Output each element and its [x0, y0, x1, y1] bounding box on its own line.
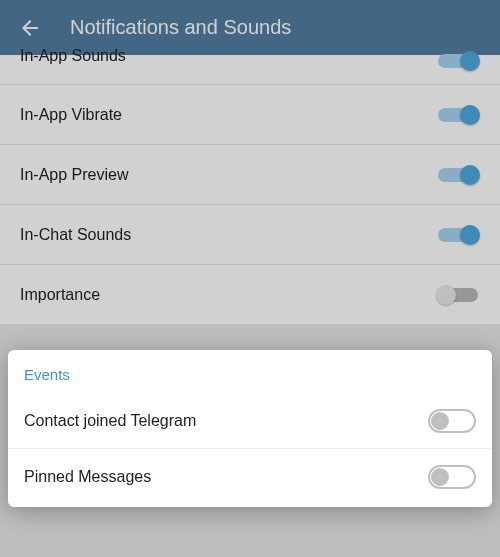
setting-row[interactable]: In-Chat Sounds — [0, 205, 500, 265]
event-row[interactable]: Pinned Messages — [8, 449, 492, 505]
setting-label: In-App Preview — [20, 166, 129, 184]
setting-row[interactable]: In-App Vibrate — [0, 85, 500, 145]
section-header-events: Events — [8, 350, 492, 393]
toggle-importance[interactable] — [436, 283, 480, 307]
event-row[interactable]: Contact joined Telegram — [8, 393, 492, 449]
toggle-in-app-sounds[interactable] — [436, 49, 480, 73]
toggle-thumb — [431, 412, 449, 430]
events-card: Events Contact joined Telegram Pinned Me… — [8, 350, 492, 507]
event-label: Contact joined Telegram — [24, 412, 196, 430]
page-title: Notifications and Sounds — [70, 16, 291, 39]
setting-label: Importance — [20, 286, 100, 304]
setting-label: In-Chat Sounds — [20, 226, 131, 244]
toggle-thumb — [460, 165, 480, 185]
setting-row[interactable]: In-App Preview — [0, 145, 500, 205]
setting-label: In-App Sounds — [20, 47, 126, 65]
back-button[interactable] — [10, 8, 50, 48]
setting-row[interactable]: In-App Sounds — [0, 55, 500, 85]
toggle-thumb — [460, 225, 480, 245]
toggle-thumb — [436, 285, 456, 305]
event-label: Pinned Messages — [24, 468, 151, 486]
settings-list-background: In-App Sounds In-App Vibrate In-App Prev… — [0, 55, 500, 325]
section-gap — [0, 325, 500, 337]
setting-row[interactable]: Importance — [0, 265, 500, 325]
toggle-in-chat-sounds[interactable] — [436, 223, 480, 247]
setting-label: In-App Vibrate — [20, 106, 122, 124]
toggle-contact-joined[interactable] — [428, 409, 476, 433]
toggle-thumb — [431, 468, 449, 486]
arrow-left-icon — [18, 16, 42, 40]
toggle-pinned-messages[interactable] — [428, 465, 476, 489]
toggle-thumb — [460, 105, 480, 125]
toggle-in-app-preview[interactable] — [436, 163, 480, 187]
toggle-in-app-vibrate[interactable] — [436, 103, 480, 127]
toggle-thumb — [460, 51, 480, 71]
